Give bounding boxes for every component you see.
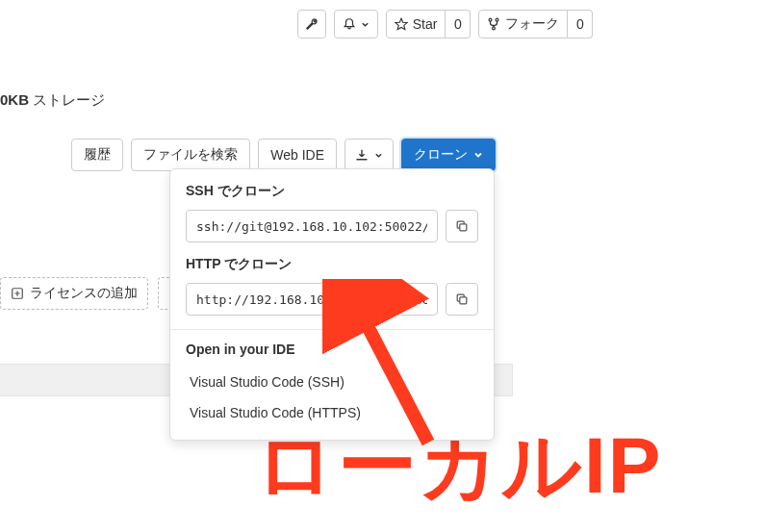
fork-count: 0	[568, 10, 593, 38]
chevron-down-icon	[473, 150, 483, 160]
ide-item-vscode-ssh[interactable]: Visual Studio Code (SSH)	[186, 367, 478, 397]
web-ide-button[interactable]: Web IDE	[258, 139, 337, 171]
star-label: Star	[413, 16, 438, 32]
fork-group: フォーク 0	[478, 10, 593, 38]
star-icon	[395, 17, 408, 31]
history-label: 履歴	[84, 146, 111, 164]
storage-size: 0KB	[0, 91, 29, 108]
add-buttons-row: ライセンスの追加	[0, 277, 179, 310]
copy-icon	[455, 292, 469, 306]
clone-button[interactable]: クローン	[401, 139, 496, 171]
svg-point-0	[489, 18, 492, 21]
storage-row: 0KB ストレージ	[0, 48, 765, 110]
web-ide-label: Web IDE	[270, 147, 324, 163]
wrench-icon	[305, 17, 319, 31]
download-icon	[355, 148, 369, 162]
download-button[interactable]	[344, 139, 394, 171]
svg-point-1	[496, 18, 498, 21]
admin-settings-button[interactable]	[297, 10, 326, 38]
chevron-down-icon	[374, 151, 383, 160]
star-count: 0	[446, 10, 471, 38]
storage-label: ストレージ	[29, 91, 105, 108]
ide-item-vscode-https[interactable]: Visual Studio Code (HTTPS)	[186, 397, 478, 428]
star-button[interactable]: Star	[386, 10, 446, 38]
find-file-label: ファイルを検索	[143, 146, 238, 164]
fork-icon	[487, 17, 500, 31]
svg-rect-4	[460, 297, 467, 304]
clone-label: クローン	[414, 146, 468, 164]
history-button[interactable]: 履歴	[71, 139, 123, 171]
svg-point-2	[493, 27, 496, 30]
bell-icon	[343, 17, 356, 31]
star-group: Star 0	[386, 10, 472, 38]
http-clone-title: HTTP でクローン	[186, 256, 478, 273]
dropdown-separator	[170, 329, 494, 330]
clone-dropdown: SSH でクローン HTTP でクローン Open in your IDE Vi…	[169, 168, 495, 441]
add-license-label: ライセンスの追加	[30, 285, 138, 302]
ssh-clone-field	[186, 210, 478, 242]
ssh-clone-title: SSH でクローン	[186, 183, 478, 200]
open-ide-title: Open in your IDE	[186, 342, 478, 357]
copy-icon	[455, 219, 469, 233]
add-license-button[interactable]: ライセンスの追加	[0, 277, 148, 310]
http-clone-field	[186, 283, 478, 316]
find-file-button[interactable]: ファイルを検索	[131, 139, 250, 171]
copy-ssh-button[interactable]	[446, 210, 478, 242]
repo-top-toolbar: Star 0 フォーク 0	[125, 0, 765, 48]
plus-box-icon	[11, 287, 24, 300]
copy-http-button[interactable]	[446, 283, 478, 316]
ssh-url-input[interactable]	[186, 210, 438, 242]
repo-action-row: 履歴 ファイルを検索 Web IDE クローン	[0, 110, 765, 171]
fork-button[interactable]: フォーク	[478, 10, 568, 38]
notifications-button[interactable]	[334, 10, 378, 38]
fork-label: フォーク	[505, 15, 559, 33]
chevron-down-icon	[361, 20, 370, 29]
svg-rect-3	[460, 224, 467, 231]
http-url-input[interactable]	[186, 283, 438, 316]
